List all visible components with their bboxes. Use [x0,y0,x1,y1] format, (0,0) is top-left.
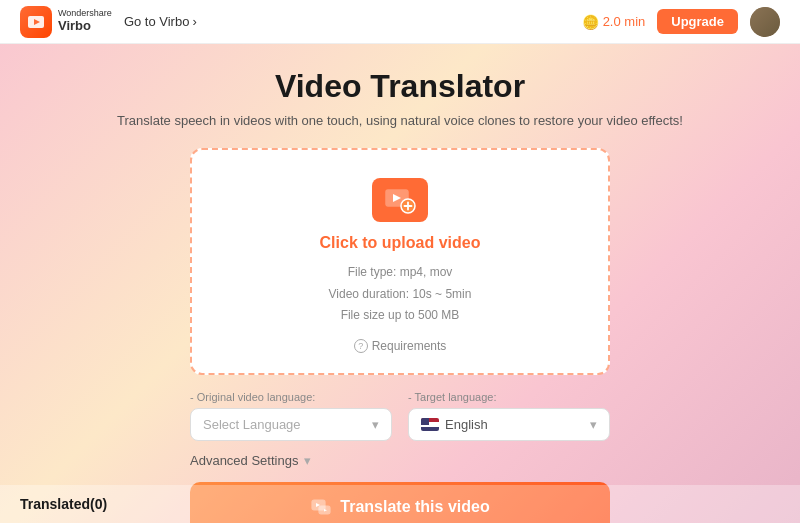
header-right: 🪙 2.0 min Upgrade [582,7,780,37]
coin-icon: 🪙 [582,14,599,30]
advanced-settings-label: Advanced Settings [190,453,298,468]
upload-info: File type: mp4, mov Video duration: 10s … [329,262,472,327]
original-lang-placeholder: Select Language [203,417,301,432]
page-title: Video Translator [275,68,525,105]
upload-box[interactable]: Click to upload video File type: mp4, mo… [190,148,610,375]
chevron-down-icon: ▾ [372,417,379,432]
logo[interactable]: Wondershare Virbo [20,6,112,38]
go-to-virbo-link[interactable]: Go to Virbo › [124,14,197,29]
target-language-group: - Target language: English ▾ [408,391,610,441]
avatar[interactable] [750,7,780,37]
upload-click-text: Click to upload video [320,234,481,252]
duration-text: Video duration: 10s ~ 5min [329,287,472,301]
translated-count-label: Translated(0) [20,496,107,512]
language-row: - Original video language: Select Langua… [190,391,610,441]
logo-icon [20,6,52,38]
requirements-link[interactable]: ? Requirements [354,339,447,353]
time-badge: 🪙 2.0 min [582,14,646,30]
original-language-group: - Original video language: Select Langua… [190,391,392,441]
target-lang-value: English [421,417,488,432]
us-flag-icon [421,418,439,431]
original-lang-label: - Original video language: [190,391,392,403]
header-left: Wondershare Virbo Go to Virbo › [20,6,197,38]
original-language-select[interactable]: Select Language ▾ [190,408,392,441]
file-size-text: File size up to 500 MB [341,308,460,322]
logo-virbo: Virbo [58,19,112,33]
upgrade-button[interactable]: Upgrade [657,9,738,34]
bottom-section: Translated(0) [0,485,800,523]
time-value: 2.0 min [603,14,646,29]
avatar-image [750,7,780,37]
header: Wondershare Virbo Go to Virbo › 🪙 2.0 mi… [0,0,800,44]
target-lang-label: - Target language: [408,391,610,403]
chevron-down-icon: ▾ [590,417,597,432]
chevron-right-icon: › [192,14,196,29]
target-lang-text: English [445,417,488,432]
logo-text: Wondershare Virbo [58,9,112,33]
target-language-select[interactable]: English ▾ [408,408,610,441]
advanced-settings-toggle[interactable]: Advanced Settings ▾ [190,453,610,468]
file-type-text: File type: mp4, mov [348,265,453,279]
main-content: Video Translator Translate speech in vid… [0,44,800,523]
chevron-down-icon: ▾ [304,453,311,468]
page-subtitle: Translate speech in videos with one touc… [117,113,683,128]
upload-video-icon [372,178,428,222]
help-circle-icon: ? [354,339,368,353]
requirements-text: Requirements [372,339,447,353]
